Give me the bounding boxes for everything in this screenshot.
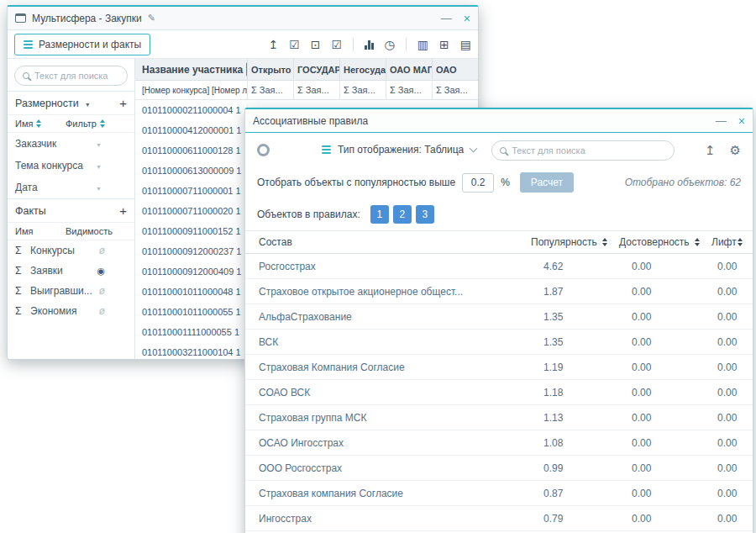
table-row[interactable]: ОСАО Ингосстрах 1.08 0.00 0.00 bbox=[245, 430, 753, 456]
fact-column-header[interactable]: Σ Зая... bbox=[294, 81, 340, 99]
table-row[interactable]: Росгосстрах 4.62 0.00 0.00 bbox=[245, 254, 753, 279]
filter-icon[interactable] bbox=[96, 182, 102, 193]
filter-icon[interactable] bbox=[96, 138, 102, 150]
archive-icon[interactable]: ▤ bbox=[460, 39, 471, 50]
fact-item[interactable]: Σ Экономия bbox=[8, 301, 134, 321]
contest-lot-header[interactable]: [Номер конкурса] [Номер лота] bbox=[135, 81, 248, 99]
table-row[interactable]: Страховое открытое акционерное общест...… bbox=[245, 279, 753, 304]
fact-column-header[interactable]: Σ Зая... bbox=[386, 81, 433, 99]
column-header[interactable]: ОАО bbox=[433, 59, 478, 80]
table-row[interactable]: Страховая компания Согласие 0.87 0.00 0.… bbox=[245, 481, 753, 506]
grid-icon[interactable]: ⊞ bbox=[439, 39, 449, 50]
add-dimension-button[interactable]: + bbox=[119, 97, 127, 109]
slides-icon[interactable]: ▥ bbox=[417, 39, 428, 50]
select-columns-icon[interactable]: ☑ bbox=[289, 39, 300, 50]
export-icon[interactable]: ↥ bbox=[268, 39, 278, 50]
fact-item[interactable]: Σ Выигравши... bbox=[8, 281, 134, 301]
export-icon[interactable]: ↥ bbox=[705, 144, 716, 156]
table-row[interactable]: АльфаСтрахование 1.35 0.00 0.00 bbox=[245, 304, 753, 330]
sort-icon[interactable] bbox=[695, 238, 700, 246]
lift-cell: 0.00 bbox=[711, 513, 753, 525]
composition-cell: Страховая группа МСК bbox=[245, 412, 531, 424]
confidence-cell: 0.00 bbox=[619, 437, 711, 449]
close-button[interactable]: × bbox=[738, 115, 745, 127]
column-header[interactable]: ОАО МАГ bbox=[386, 59, 433, 80]
object-count-button-3[interactable]: 3 bbox=[416, 205, 434, 224]
popularity-cell: 1.87 bbox=[531, 286, 619, 298]
column-header[interactable]: Открыто bbox=[248, 59, 294, 80]
table-row[interactable]: ВСК 1.35 0.00 0.00 bbox=[245, 330, 753, 355]
minimize-button[interactable]: — bbox=[441, 13, 452, 24]
fact-item[interactable]: Σ Конкурсы bbox=[8, 240, 134, 261]
close-button[interactable]: × bbox=[464, 13, 470, 24]
sidebar-search-input[interactable]: Текст для поиска bbox=[14, 66, 128, 86]
contest-number-cell: 010110003211000104 1 bbox=[135, 347, 248, 357]
object-count-button-2[interactable]: 2 bbox=[393, 205, 412, 224]
participant-name-header[interactable]: Название участника bbox=[135, 59, 248, 80]
composition-cell: Страховая Компания Согласие bbox=[245, 361, 531, 373]
search-placeholder: Текст для поиска bbox=[34, 71, 108, 81]
fact-column-header[interactable]: Σ Зая... bbox=[248, 81, 294, 99]
display-type-dropdown[interactable]: Тип отображения: Таблица bbox=[322, 144, 476, 156]
table-row[interactable]: СОАО ВСК 1.18 0.00 0.00 bbox=[245, 380, 753, 405]
select-rows-icon[interactable]: ☑ bbox=[332, 39, 343, 50]
list-icon bbox=[24, 40, 33, 49]
visibility-off-icon[interactable] bbox=[99, 286, 105, 296]
visibility-column-header[interactable]: Видимость bbox=[66, 226, 113, 236]
composition-header[interactable]: Состав bbox=[245, 236, 531, 248]
dimensions-facts-button[interactable]: Размерности и факты bbox=[14, 34, 150, 55]
table-row[interactable]: Ингосстрах 0.79 0.00 0.00 bbox=[245, 506, 753, 531]
main-toolbar: Размерности и факты ↥ ☑ ⊡ ☑ ◷ ▥ ⊞ ▤ bbox=[8, 30, 478, 59]
confidence-header[interactable]: Достоверность bbox=[619, 236, 711, 248]
bar-chart-icon[interactable] bbox=[365, 40, 374, 50]
dimensions-filter-icon[interactable] bbox=[85, 98, 91, 109]
column-header[interactable]: Негосуда bbox=[340, 59, 386, 80]
fact-label: Заявки bbox=[30, 265, 63, 277]
popularity-header[interactable]: Популярность bbox=[531, 236, 619, 248]
rules-table: Состав Популярность Достоверность Лифт Р… bbox=[245, 230, 753, 533]
name-column-header[interactable]: Имя bbox=[15, 119, 66, 129]
visibility-off-icon[interactable] bbox=[99, 245, 105, 256]
column-header[interactable]: ГОСУДАР bbox=[294, 59, 340, 80]
sort-icon[interactable] bbox=[738, 238, 743, 246]
edit-title-icon[interactable]: ✎ bbox=[148, 13, 155, 24]
filter-icon[interactable] bbox=[96, 160, 102, 172]
history-clock-icon[interactable]: ◷ bbox=[385, 39, 395, 50]
visibility-on-icon[interactable] bbox=[97, 266, 105, 276]
popularity-cell: 1.13 bbox=[531, 412, 619, 424]
lift-header[interactable]: Лифт bbox=[711, 236, 753, 248]
donut-chart-icon[interactable] bbox=[257, 144, 270, 156]
fact-item[interactable]: Σ Заявки bbox=[8, 261, 134, 281]
fact-column-header[interactable]: Σ Зая... bbox=[340, 81, 386, 99]
gear-icon[interactable]: ⚙ bbox=[730, 144, 741, 156]
add-fact-button[interactable]: + bbox=[119, 204, 127, 217]
composition-cell: АльфаСтрахование bbox=[245, 311, 531, 323]
dialog-toolbar: Тип отображения: Таблица Текст для поиск… bbox=[245, 133, 753, 166]
dimension-item[interactable]: Заказчик bbox=[8, 133, 134, 155]
popularity-threshold-input[interactable] bbox=[462, 173, 494, 193]
selected-objects-info: Отобрано объектов: 62 bbox=[625, 177, 741, 188]
fact-label: Выигравши... bbox=[30, 285, 92, 297]
minimize-button[interactable]: — bbox=[716, 115, 727, 126]
calculate-button[interactable]: Расчет bbox=[520, 172, 574, 193]
alert-box-icon[interactable]: ⊡ bbox=[311, 39, 321, 50]
dimension-label: Дата bbox=[15, 182, 38, 193]
table-row[interactable]: ООО Росгосстрах 0.99 0.00 0.00 bbox=[245, 456, 753, 481]
composition-cell: ООО Росгосстрах bbox=[245, 462, 531, 474]
popularity-cell: 1.08 bbox=[531, 437, 619, 449]
table-row[interactable]: Страховая группа МСК 1.13 0.00 0.00 bbox=[245, 405, 753, 430]
name-column-header[interactable]: Имя bbox=[15, 226, 66, 236]
fact-column-header[interactable]: Σ Зая... bbox=[433, 81, 478, 99]
main-titlebar: Мультисфера - Закупки ✎ — × bbox=[8, 7, 478, 30]
dialog-toolbar-icons: ↥ ⚙ bbox=[705, 144, 741, 156]
visibility-off-icon[interactable] bbox=[99, 306, 105, 316]
filter-column-header[interactable]: Фильтр bbox=[66, 119, 105, 129]
display-type-label: Тип отображения: Таблица bbox=[338, 144, 464, 156]
sort-icon[interactable] bbox=[602, 238, 607, 246]
sidebar: Текст для поиска Размерности + Имя Фильт… bbox=[8, 59, 135, 359]
dimension-item[interactable]: Тема конкурса bbox=[8, 155, 134, 177]
table-row[interactable]: Страховая Компания Согласие 1.19 0.00 0.… bbox=[245, 355, 753, 380]
dialog-search-input[interactable]: Текст для поиска bbox=[491, 140, 675, 161]
dimension-item[interactable]: Дата bbox=[8, 177, 134, 198]
object-count-button-1[interactable]: 1 bbox=[370, 205, 389, 224]
